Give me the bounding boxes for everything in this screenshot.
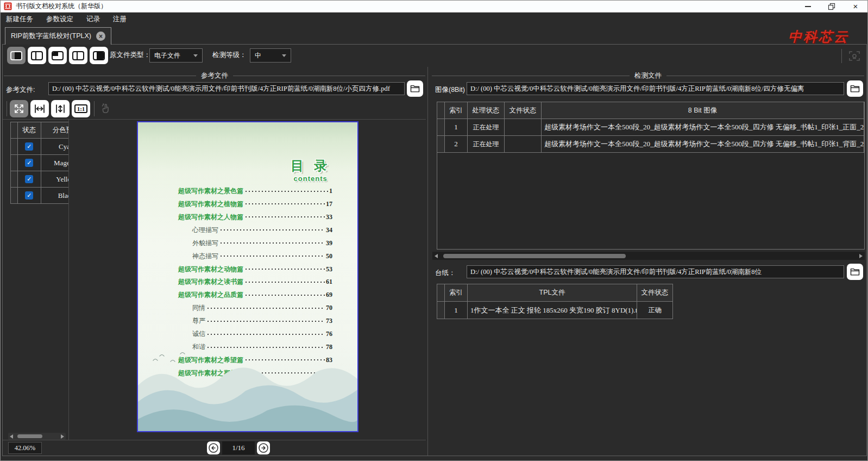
window-controls: × bbox=[796, 1, 867, 12]
page-indicator: 1/16 bbox=[222, 441, 255, 454]
scroll-left-icon[interactable] bbox=[435, 254, 438, 258]
tab-close-icon[interactable]: × bbox=[96, 32, 105, 41]
close-button[interactable]: × bbox=[844, 1, 867, 12]
toc-entry: 超级写作素材之动物篇 53 bbox=[178, 265, 332, 274]
layout-view-button[interactable] bbox=[48, 47, 67, 64]
image-browse-button[interactable] bbox=[847, 80, 863, 97]
menu-item[interactable]: 记录 bbox=[86, 15, 100, 24]
toc-leader-dots bbox=[219, 239, 325, 248]
channel-name: Cyan bbox=[41, 139, 68, 155]
channel-checkbox[interactable]: ✓ bbox=[25, 191, 33, 200]
toc-entry: 超级写作素材之植物篇 17 bbox=[178, 200, 332, 209]
channel-checkbox[interactable]: ✓ bbox=[25, 159, 33, 167]
template-paper-label: 台纸： bbox=[435, 269, 456, 278]
toc-leader-dots bbox=[244, 186, 328, 196]
source-type-dropdown[interactable]: 电子文件 bbox=[149, 48, 203, 63]
app-window: 书刊版文档校对系统（新华版） × 新建任务参数设定记录注册 RIP前数字蓝纸校对… bbox=[0, 0, 868, 461]
menu-item[interactable]: 参数设定 bbox=[46, 15, 73, 24]
next-page-icon bbox=[258, 443, 269, 453]
detect-level-value: 中 bbox=[255, 51, 261, 60]
layout-view-icon bbox=[52, 51, 64, 60]
separation-row[interactable]: ✓ Cyan bbox=[11, 139, 68, 155]
one-to-one-icon: 1:1 bbox=[74, 104, 88, 113]
image-8bit-path-input[interactable]: D:/ (00) 中芯云视觉/0中科芯云软件测试/0能亮演示用文件/印前书刊版/… bbox=[467, 82, 844, 95]
col-index: 索引 bbox=[445, 102, 468, 119]
minimize-button[interactable] bbox=[796, 1, 820, 12]
scrollbar-thumb[interactable] bbox=[443, 254, 626, 258]
toc-leader-dots bbox=[244, 290, 325, 300]
folder-icon bbox=[850, 83, 860, 94]
template-paper-path-input[interactable]: D:/ (00) 中芯云视觉/0中科芯云软件测试/0能亮演示用文件/印前书刊版/… bbox=[467, 265, 844, 278]
channel-name: Magenta bbox=[41, 155, 68, 171]
separation-row[interactable]: ✓ Magenta bbox=[11, 155, 68, 171]
window-title: 书刊版文档校对系统（新华版） bbox=[16, 2, 107, 11]
toc-entry: 超级写作素材之读书篇 61 bbox=[178, 277, 332, 286]
restore-icon bbox=[828, 3, 835, 10]
fit-height-button[interactable] bbox=[51, 100, 70, 117]
separation-row[interactable]: ✓ Black bbox=[11, 188, 68, 204]
next-page-button[interactable] bbox=[257, 441, 270, 454]
menu-item[interactable]: 新建任务 bbox=[6, 15, 33, 24]
detection-section-header: 检测文件 bbox=[432, 72, 864, 79]
toc-page-number: 73 bbox=[326, 317, 332, 325]
layout-view-button[interactable] bbox=[7, 47, 26, 64]
scroll-right-icon[interactable] bbox=[859, 254, 863, 258]
toc-entry: 超级写作素材之景色篇 1 bbox=[178, 186, 332, 196]
toc-label: 同情 bbox=[192, 303, 205, 313]
cell-process-status: 正在处理 bbox=[468, 119, 505, 136]
reference-browse-button[interactable] bbox=[407, 80, 423, 97]
separation-table-area: 状态 分色预览 ✓ Cyan ✓ bbox=[10, 122, 68, 204]
image-table-row[interactable]: 1 正在处理 超级素材考场作文一本全500段_20_超级素材考场作文一本全500… bbox=[437, 119, 864, 136]
toc-leader-dots bbox=[244, 277, 325, 286]
image-table-row[interactable]: 2 正在处理 超级素材考场作文一本全500段_20_超级素材考场作文一本全500… bbox=[437, 136, 864, 153]
prev-page-button[interactable] bbox=[207, 441, 220, 454]
chevron-down-icon bbox=[282, 54, 286, 57]
panel-splitter[interactable] bbox=[427, 67, 428, 456]
layout-view-icon bbox=[93, 51, 105, 60]
layout-view-button[interactable] bbox=[90, 47, 108, 64]
reference-file-path-input[interactable]: D:/ (00) 中芯云视觉/0中科芯云软件测试/0能亮演示用文件/印前书刊版/… bbox=[48, 82, 405, 95]
folder-icon bbox=[410, 83, 420, 94]
scan-icon bbox=[848, 49, 861, 63]
layout-view-icon bbox=[10, 51, 22, 60]
cell-index: 1 bbox=[445, 119, 468, 136]
menu-item[interactable]: 注册 bbox=[113, 15, 127, 24]
layout-view-button[interactable] bbox=[28, 47, 46, 64]
toc-page-number: 1 bbox=[329, 187, 332, 195]
fit-width-button[interactable] bbox=[30, 100, 49, 117]
restore-button[interactable] bbox=[820, 1, 844, 12]
document-preview-page: 目 录 contents 超级写作素材之景色篇 1 超级写作素材之植物篇 17 bbox=[137, 121, 358, 432]
scroll-right-icon[interactable] bbox=[61, 434, 64, 439]
source-type-label: 原文件类型： bbox=[110, 51, 150, 60]
fit-window-button[interactable] bbox=[10, 100, 28, 117]
detect-level-dropdown[interactable]: 中 bbox=[250, 48, 291, 63]
fit-height-icon bbox=[54, 102, 67, 115]
prev-page-icon bbox=[208, 443, 219, 453]
tab-rip-blueprint[interactable]: RIP前数字蓝纸校对(TPLX) × bbox=[5, 27, 111, 45]
separation-row[interactable]: ✓ Yellow bbox=[11, 171, 68, 188]
separation-h-scrollbar[interactable] bbox=[8, 433, 66, 440]
template-browse-button[interactable] bbox=[847, 264, 863, 280]
toc-page-number: 70 bbox=[326, 304, 332, 312]
col-status: 状态 bbox=[18, 122, 41, 139]
col-separation-preview: 分色预览 bbox=[41, 122, 68, 139]
toc-entry: 超级写作素材之品质篇 69 bbox=[178, 290, 332, 300]
separation-header-row: 状态 分色预览 bbox=[11, 122, 68, 139]
actual-size-button[interactable]: 1:1 bbox=[72, 100, 90, 117]
col-file-status: 文件状态 bbox=[637, 284, 673, 302]
fit-width-icon bbox=[33, 102, 46, 115]
toc-title-block: 目 录 contents bbox=[291, 157, 330, 183]
channel-checkbox[interactable]: ✓ bbox=[25, 142, 33, 151]
toc-entry: 尊严 73 bbox=[178, 316, 332, 326]
toc-page-number: 33 bbox=[326, 213, 332, 221]
layout-view-button[interactable] bbox=[69, 47, 87, 64]
cell-file-status bbox=[505, 136, 542, 153]
channel-checkbox[interactable]: ✓ bbox=[25, 175, 33, 183]
toc-page-number: 53 bbox=[326, 265, 332, 273]
tpl-table-header: 索引 TPL文件 文件状态 bbox=[437, 284, 673, 302]
scrollbar-thumb[interactable] bbox=[17, 434, 42, 438]
image-table-h-scrollbar[interactable] bbox=[432, 252, 865, 260]
tpl-table-container: 索引 TPL文件 文件状态 1 1作文一本全 正文 报轮 185x260 夹宽1… bbox=[437, 284, 673, 319]
scroll-left-icon[interactable] bbox=[10, 434, 13, 439]
tpl-table-row[interactable]: 1 1作文一本全 正文 报轮 185x260 夹宽190 胶订 8YD(1).t… bbox=[437, 302, 673, 319]
